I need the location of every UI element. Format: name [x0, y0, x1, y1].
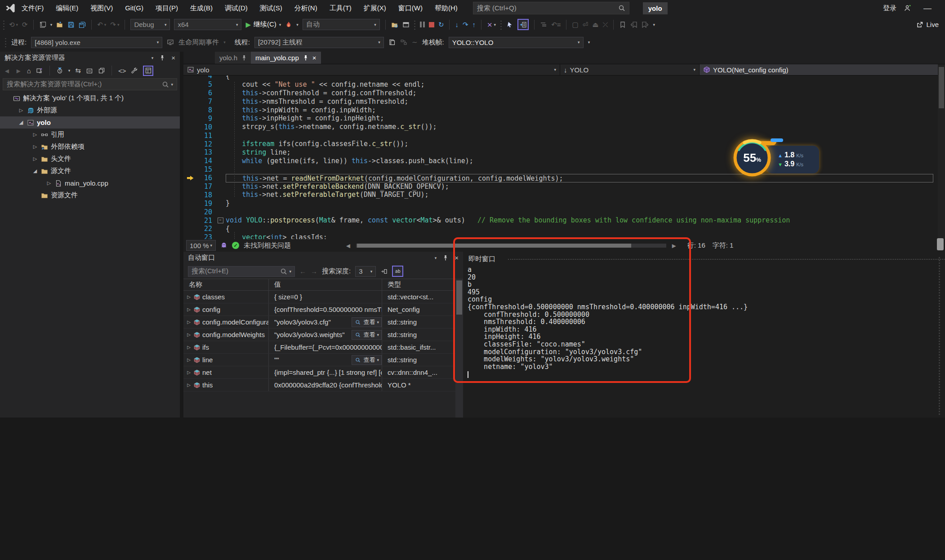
code-line-8[interactable]: 8 this->inpWidth = config.inpWidth;	[183, 106, 938, 115]
pin-icon[interactable]	[241, 54, 248, 62]
run-to-cursor-button[interactable]	[506, 21, 513, 28]
autos-row[interactable]: ▷this0x000000a2d9cffa20 {confThreshold=0…	[183, 379, 455, 391]
autos-row[interactable]: ▷ifs{_Filebuffer={_Pcvt=0x00000000000000…	[183, 341, 455, 354]
menu-item-10[interactable]: 工具(T)	[330, 4, 352, 13]
memory-gauge-circle[interactable]: 55%	[732, 138, 772, 178]
pin-icon[interactable]	[159, 54, 166, 62]
toolbar-grip[interactable]	[500, 20, 502, 30]
pin-icon[interactable]	[442, 254, 449, 262]
tree-item[interactable]: 资源文件	[0, 189, 180, 201]
hot-reload-button[interactable]	[285, 21, 292, 28]
expander-collapsed-icon[interactable]: ▷	[31, 144, 40, 150]
undo-list-button[interactable]: ↶≡	[551, 21, 561, 29]
code-line-12[interactable]: 12 ifstream ifs(config.classesFile.c_str…	[183, 140, 938, 148]
code-text[interactable]: this->net.setPreferableTarget(DNN_TARGET…	[226, 191, 938, 199]
expander-collapsed-icon[interactable]: ▷	[185, 294, 192, 299]
code-text[interactable]: ifstream ifs(config.classesFile.c_str())…	[226, 140, 938, 148]
view-visualizer-button[interactable]: 查看▾	[352, 355, 382, 365]
immediate-content[interactable]: a20b495config{confThreshold=0.500000000 …	[468, 266, 748, 370]
tree-item[interactable]: ▷头文件	[0, 153, 180, 165]
tree-item[interactable]: ▷外部源	[0, 104, 180, 116]
code-text[interactable]: this->inpHeight = config.inpHeight;	[226, 114, 938, 123]
code-line-7[interactable]: 7 this->nmsThreshold = config.nmsThresho…	[183, 98, 938, 106]
solution-search-box[interactable]: 搜索解决方案资源管理器(Ctrl+;) ▾	[3, 78, 177, 90]
collapse-all-icon[interactable]	[86, 67, 93, 74]
pin-icon[interactable]	[302, 54, 309, 62]
code-text[interactable]: this->net.setPreferableBackend(DNN_BACKE…	[226, 182, 938, 191]
code-line-16[interactable]: 16 this->net = readNetFromDarknet(config…	[183, 174, 938, 182]
sync-icon[interactable]: ⇆	[75, 67, 81, 75]
restart-button[interactable]: ↻	[438, 21, 444, 29]
attach-to-process-button[interactable]	[391, 21, 398, 28]
tree-item[interactable]: ▷外部依赖项	[0, 141, 180, 153]
next-bookmark-button[interactable]	[642, 21, 649, 28]
previous-bookmark-button[interactable]	[630, 21, 637, 28]
close-tab-icon[interactable]: ×	[312, 54, 316, 62]
fold-collapse-icon[interactable]: −	[215, 218, 226, 223]
overflow-chevron-icon[interactable]: ▾	[588, 40, 590, 44]
code-text[interactable]: {	[226, 225, 938, 233]
autos-grid-header[interactable]: 名称 值 类型	[183, 279, 455, 291]
return-left-button[interactable]: ⏎	[583, 21, 588, 29]
properties-window-icon[interactable]	[143, 66, 153, 76]
current-statement-arrow-icon[interactable]	[183, 175, 197, 181]
toolbar-grip[interactable]	[414, 20, 416, 30]
tab-yolo-h[interactable]: yolo.h	[215, 52, 252, 64]
code-line-9[interactable]: 9 this->inpHeight = config.inpHeight;	[183, 114, 938, 123]
expander-collapsed-icon[interactable]: ▷	[185, 382, 192, 387]
zoom-dropdown[interactable]: 100 %▾	[186, 240, 216, 251]
navigate-forward-button[interactable]: ⟳	[22, 21, 28, 29]
expander-collapsed-icon[interactable]: ▷	[31, 132, 40, 138]
step-over-button[interactable]: ↷	[463, 21, 468, 29]
column-header-value[interactable]: 值	[269, 279, 382, 290]
expander-collapsed-icon[interactable]: ▷	[17, 107, 26, 113]
code-text[interactable]: this->nmsThreshold = config.nmsThreshold…	[226, 98, 938, 106]
problems-status[interactable]: 未找到相关问题	[244, 241, 291, 250]
person-add-icon[interactable]	[904, 4, 911, 12]
search-next-icon[interactable]: →	[311, 267, 317, 275]
expander-collapsed-icon[interactable]: ▷	[45, 180, 53, 186]
toolbar-grip[interactable]	[3, 20, 5, 30]
quick-search-box[interactable]: 搜索 (Ctrl+Q)	[473, 2, 629, 14]
code-line-20[interactable]: 20	[183, 208, 938, 216]
solution-platform-dropdown[interactable]: x64▾	[174, 19, 241, 30]
tab-main-yolo-cpp[interactable]: main_yolo.cpp×	[251, 52, 321, 64]
code-text[interactable]: vector<int> classIds;	[226, 233, 938, 239]
show-next-statement-button[interactable]	[517, 19, 529, 30]
scroll-left-icon[interactable]: ◄	[345, 242, 352, 249]
show-all-code-icon[interactable]: <>	[118, 67, 126, 75]
process-dropdown[interactable]: [4868] yolo.exe▾	[31, 37, 162, 48]
tree-item[interactable]: 解决方案 'yolo' (1 个项目, 共 1 个)	[0, 92, 180, 104]
code-line-14[interactable]: 14 while (getline(ifs, line)) this->clas…	[183, 157, 938, 165]
clear-button[interactable]: ⤫	[602, 21, 608, 29]
code-text[interactable]: this->confThreshold = config.confThresho…	[226, 89, 938, 98]
live-share-button[interactable]: Live	[916, 21, 939, 28]
expander-collapsed-icon[interactable]: ▷	[185, 307, 192, 312]
autos-search-box[interactable]: 搜索(Ctrl+E) ▾	[188, 266, 295, 277]
open-file-button[interactable]	[56, 21, 63, 28]
code-line-13[interactable]: 13 string line;	[183, 148, 938, 157]
stack-frames-icon[interactable]	[388, 39, 396, 46]
code-line-23[interactable]: 23 vector<int> classIds;	[183, 233, 938, 239]
search-icon[interactable]	[280, 268, 287, 275]
scrollbar-thumb[interactable]	[937, 238, 944, 250]
frame-button[interactable]: ▢	[572, 21, 578, 29]
autos-row[interactable]: ▷classes{ size=0 }std::vector<st...	[183, 291, 455, 303]
lifecycle-events-button[interactable]: 生命周期事件	[178, 38, 219, 47]
save-button[interactable]	[67, 21, 75, 28]
code-line-5[interactable]: 5 cout << "Net use " << config.netname <…	[183, 80, 938, 89]
immediate-scrollbar[interactable]	[939, 257, 940, 415]
breakpoints-toggle-button[interactable]: ⨯▾	[487, 21, 496, 29]
back-icon[interactable]: ◄	[4, 67, 10, 75]
autos-row[interactable]: ▷line""查看▾std::string	[183, 354, 455, 366]
autos-row[interactable]: ▷config.modelConfigurati..."yolov3/yolov…	[183, 316, 455, 329]
scrollbar-thumb[interactable]	[456, 280, 462, 315]
tree-item[interactable]: ◢yolo	[0, 116, 180, 129]
expander-expanded-icon[interactable]: ◢	[31, 168, 40, 174]
code-text[interactable]: while (getline(ifs, line)) this->classes…	[226, 157, 938, 165]
expander-collapsed-icon[interactable]: ▷	[185, 357, 192, 362]
expander-collapsed-icon[interactable]: ▷	[185, 320, 192, 324]
debug-target-dropdown[interactable]: 自动▾	[303, 19, 380, 30]
code-text[interactable]	[226, 208, 938, 216]
pending-changes-filter-icon[interactable]	[56, 67, 63, 74]
